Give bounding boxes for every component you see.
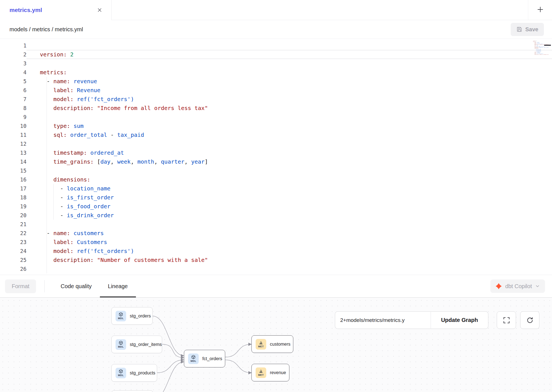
- code-text: description: "Income from all orders les…: [27, 104, 552, 113]
- lineage-node-stg_order_items[interactable]: MDLstg_order_items: [111, 336, 162, 353]
- line-number: 9: [0, 113, 27, 121]
- node-kind-badge: MET: [258, 374, 264, 376]
- lineage-node-revenue[interactable]: METrevenue: [251, 364, 289, 381]
- line-number: 5: [0, 77, 27, 86]
- code-text: - is_food_order: [27, 202, 552, 211]
- lineage-node-customers[interactable]: METcustomers: [251, 335, 293, 353]
- code-text: [27, 220, 552, 229]
- breadcrumb: models / metrics / metrics.yml: [9, 26, 83, 33]
- graph-selector-input[interactable]: [335, 311, 431, 329]
- tab-metrics-yml[interactable]: metrics.yml: [0, 0, 112, 20]
- code-line[interactable]: 2version: 2: [0, 50, 552, 59]
- line-number: 22: [0, 229, 27, 238]
- line-number: 20: [0, 211, 27, 220]
- line-number: 17: [0, 184, 27, 193]
- code-text: [27, 113, 552, 121]
- format-button[interactable]: Format: [5, 279, 36, 293]
- code-text: label: Customers: [27, 238, 552, 247]
- new-tab-button[interactable]: [528, 0, 552, 20]
- code-line[interactable]: 14 time_grains: [day, week, month, quart…: [0, 157, 552, 166]
- code-text: [27, 264, 552, 273]
- tab-code-quality[interactable]: Code quality: [52, 275, 100, 297]
- copilot-label: dbt Copilot: [505, 283, 532, 290]
- code-text: timestamp: ordered_at: [27, 148, 552, 157]
- node-label: fct_orders: [202, 356, 222, 361]
- line-number: 11: [0, 130, 27, 139]
- code-line[interactable]: 10 type: sum: [0, 121, 552, 130]
- code-line[interactable]: 3: [0, 59, 552, 68]
- code-line[interactable]: 16 dimensions:: [0, 175, 552, 184]
- line-number: 13: [0, 148, 27, 157]
- code-line[interactable]: 8 description: "Income from all orders l…: [0, 104, 552, 113]
- save-icon: [516, 26, 522, 32]
- code-line[interactable]: 26: [0, 264, 552, 273]
- file-header-row: models / metrics / metrics.yml Save: [0, 20, 552, 39]
- toolbar-divider: [44, 280, 45, 292]
- code-editor[interactable]: 12version: 234metrics:5 - name: revenue6…: [0, 39, 552, 275]
- code-line[interactable]: 23 label: Customers: [0, 238, 552, 247]
- line-number: 18: [0, 193, 27, 202]
- update-graph-button[interactable]: Update Graph: [431, 311, 488, 329]
- code-line[interactable]: 13 timestamp: ordered_at: [0, 148, 552, 157]
- code-line[interactable]: 4metrics:: [0, 68, 552, 77]
- line-number: 14: [0, 157, 27, 166]
- lineage-node-stg_products[interactable]: MDLstg_products: [111, 364, 157, 382]
- node-kind-badge: MET: [258, 345, 264, 348]
- code-line[interactable]: 21: [0, 220, 552, 229]
- node-label: stg_orders: [130, 314, 151, 319]
- close-icon[interactable]: [96, 6, 104, 14]
- line-number: 19: [0, 202, 27, 211]
- code-text: time_grains: [day, week, month, quarter,…: [27, 157, 552, 166]
- code-text: version: 2: [27, 50, 552, 59]
- model-icon: MDL: [116, 339, 126, 350]
- dbt-copilot-button[interactable]: dbt Copilot: [490, 279, 545, 293]
- editor-tab-bar: metrics.yml: [0, 0, 552, 20]
- code-line[interactable]: 7 model: ref('fct_orders'): [0, 95, 552, 104]
- tab-bar-empty-space: [112, 0, 528, 20]
- line-number: 21: [0, 220, 27, 229]
- line-number: 4: [0, 68, 27, 77]
- result-tabs: Code quality Lineage: [52, 275, 136, 297]
- code-line[interactable]: 24 model: ref('fct_orders'): [0, 247, 552, 255]
- node-kind-badge: MDL: [118, 374, 124, 377]
- code-line[interactable]: 15: [0, 166, 552, 175]
- overview-ruler-cursor-mark: [544, 45, 551, 46]
- fullscreen-button[interactable]: [497, 311, 516, 329]
- code-line[interactable]: 12: [0, 139, 552, 148]
- code-line[interactable]: 17 - location_name: [0, 184, 552, 193]
- code-line[interactable]: 20 - is_drink_order: [0, 211, 552, 220]
- lineage-canvas[interactable]: Update Graph MDLstg_ordersMDLstg_order_i…: [0, 298, 552, 392]
- code-line[interactable]: 6 label: Revenue: [0, 86, 552, 95]
- line-number: 10: [0, 121, 27, 130]
- code-text: - name: customers: [27, 229, 552, 238]
- code-line[interactable]: 11 sql: order_total - tax_paid: [0, 130, 552, 139]
- line-number: 15: [0, 166, 27, 175]
- code-line[interactable]: 25 description: "Number of customers wit…: [0, 255, 552, 264]
- line-number: 12: [0, 139, 27, 148]
- line-number: 2: [0, 50, 27, 59]
- node-label: revenue: [270, 370, 286, 375]
- minimap[interactable]: version: 2metrics: - name: revenue label…: [533, 40, 549, 61]
- refresh-button[interactable]: [520, 311, 539, 329]
- code-line[interactable]: 1: [0, 41, 552, 50]
- line-number: 23: [0, 238, 27, 247]
- code-line[interactable]: 18 - is_first_order: [0, 193, 552, 202]
- model-icon: MDL: [188, 353, 199, 364]
- chevron-down-icon: [535, 284, 540, 289]
- code-text: [27, 59, 552, 68]
- code-line[interactable]: 22 - name: customers: [0, 229, 552, 238]
- code-line[interactable]: 9: [0, 113, 552, 121]
- code-line[interactable]: 5 - name: revenue: [0, 77, 552, 86]
- lineage-node-fct_orders[interactable]: MDLfct_orders: [184, 350, 225, 367]
- lineage-node-offscreen[interactable]: MDL: [111, 390, 153, 392]
- dbt-logo-icon: [495, 283, 502, 290]
- code-text: - is_drink_order: [27, 211, 552, 220]
- code-text: [27, 139, 552, 148]
- code-text: - location_name: [27, 184, 552, 193]
- code-line[interactable]: 19 - is_food_order: [0, 202, 552, 211]
- line-number: 7: [0, 95, 27, 104]
- save-button[interactable]: Save: [511, 23, 544, 36]
- lineage-node-stg_orders[interactable]: MDLstg_orders: [111, 307, 153, 325]
- code-text: - is_first_order: [27, 193, 552, 202]
- tab-lineage[interactable]: Lineage: [100, 275, 136, 297]
